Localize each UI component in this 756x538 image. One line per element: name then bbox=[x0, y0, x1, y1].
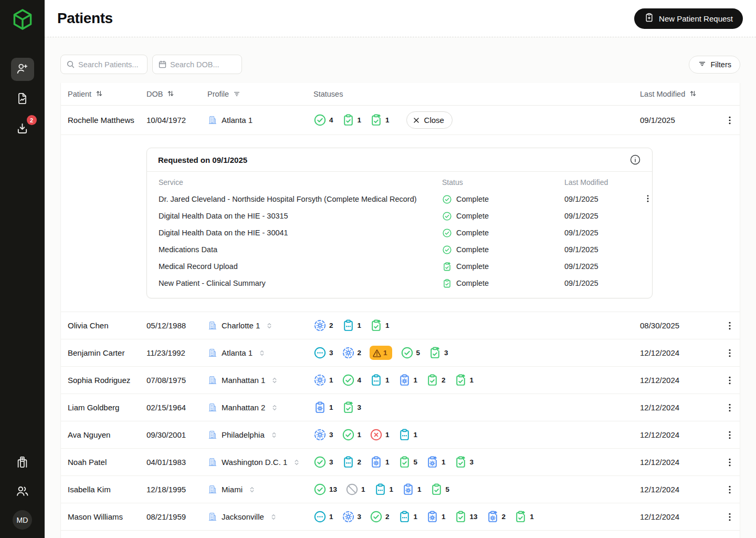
patient-statuses: 211 bbox=[313, 319, 640, 332]
row-menu-icon[interactable] bbox=[720, 402, 740, 413]
profile-selector-icon[interactable] bbox=[265, 322, 274, 330]
sidebar-item-downloads[interactable]: 2 bbox=[11, 118, 34, 141]
profile-selector-icon[interactable] bbox=[292, 458, 301, 467]
service-last-modified: 09/1/2025 bbox=[564, 279, 643, 287]
service-row: Dr. Jared Cleveland - Northside Hospital… bbox=[147, 191, 652, 208]
patient-statuses: 321513 bbox=[313, 456, 640, 469]
patient-profile: Washington D.C. 1 bbox=[207, 457, 313, 467]
sort-icon[interactable] bbox=[689, 89, 697, 99]
profile-selector-icon[interactable] bbox=[270, 404, 279, 412]
status-circle-gear: 1 bbox=[313, 374, 333, 387]
last-modified: 09/1/2025 bbox=[640, 116, 720, 125]
close-expanded-button[interactable]: Close bbox=[406, 111, 453, 129]
sidebar: 2 MD bbox=[0, 0, 45, 538]
filters-button[interactable]: Filters bbox=[689, 56, 740, 74]
column-last-modified: Last Modified bbox=[640, 89, 720, 99]
sidebar-nav: 2 bbox=[11, 58, 34, 141]
status-clipboard-gear: 1 bbox=[370, 456, 390, 469]
patient-dob: 02/15/1964 bbox=[146, 403, 207, 412]
patient-statuses: 131115 bbox=[313, 483, 640, 496]
top-bar: Patients New Patient Request bbox=[45, 0, 756, 37]
patient-row[interactable]: Benjamin Carter 11/23/1992 Atlanta 1 321… bbox=[61, 339, 740, 367]
patient-dob: 07/08/1975 bbox=[146, 376, 207, 385]
patient-name: Liam Goldberg bbox=[68, 403, 146, 412]
row-menu-icon[interactable] bbox=[720, 115, 740, 126]
status-clipboard-upload-gear: 2 bbox=[486, 510, 506, 523]
service-last-modified: 09/1/2025 bbox=[564, 229, 643, 237]
profile-selector-icon[interactable] bbox=[248, 485, 256, 494]
document-chart-icon bbox=[15, 91, 29, 108]
patient-statuses: 13 bbox=[313, 401, 640, 414]
patient-name: Rochelle Matthews bbox=[68, 116, 146, 125]
sidebar-item-patients[interactable] bbox=[11, 58, 34, 81]
building-icon bbox=[207, 320, 217, 330]
patient-row[interactable]: Mason Williams 08/21/1959 Jacksonville 1… bbox=[61, 503, 740, 531]
patient-row[interactable] bbox=[61, 531, 740, 538]
status-circle-gear: 3 bbox=[342, 510, 362, 523]
patient-row[interactable]: Noah Patel 04/01/1983 Washington D.C. 1 … bbox=[61, 449, 740, 476]
status-circle-dots: 1 bbox=[313, 510, 333, 523]
request-panel: Requested on 09/1/2025 ServiceStatusLast… bbox=[146, 148, 653, 298]
row-menu-icon[interactable] bbox=[720, 457, 740, 468]
patient-statuses: 32153 bbox=[313, 346, 640, 360]
building-icon bbox=[207, 484, 217, 494]
patient-name: Ava Nguyen bbox=[68, 430, 146, 439]
info-icon[interactable] bbox=[629, 154, 641, 165]
filter-icon[interactable] bbox=[233, 89, 241, 99]
patient-statuses: 141121 bbox=[313, 374, 640, 387]
status-circle-gear: 2 bbox=[313, 319, 333, 332]
profile-selector-icon[interactable] bbox=[269, 513, 278, 521]
service-name: Medications Data bbox=[159, 245, 442, 254]
patient-dob: 10/04/1972 bbox=[146, 116, 207, 125]
new-patient-request-button[interactable]: New Patient Request bbox=[634, 8, 743, 29]
sidebar-item-reports[interactable] bbox=[11, 88, 34, 111]
service-last-modified: 09/1/2025 bbox=[564, 212, 643, 220]
download-count-badge: 2 bbox=[27, 115, 37, 125]
service-name: Medical Record Upload bbox=[159, 262, 442, 271]
profile-selector-icon[interactable] bbox=[270, 431, 278, 439]
status-clipboard-upload-check: 3 bbox=[454, 456, 474, 469]
row-menu-icon[interactable] bbox=[720, 375, 740, 386]
sort-icon[interactable] bbox=[166, 89, 175, 99]
status-circle-check: 4 bbox=[313, 113, 333, 127]
patient-row[interactable]: Olivia Chen 05/12/1988 Charlotte 1 211 0… bbox=[61, 312, 740, 339]
filter-icon bbox=[698, 59, 707, 70]
patient-row[interactable]: Liam Goldberg 02/15/1964 Manhattan 2 13 … bbox=[61, 394, 740, 421]
row-menu-icon[interactable] bbox=[720, 484, 740, 495]
row-menu-icon[interactable] bbox=[720, 430, 740, 440]
sort-icon[interactable] bbox=[95, 89, 103, 99]
row-menu-icon[interactable] bbox=[720, 320, 740, 331]
patient-profile: Manhattan 2 bbox=[207, 402, 313, 412]
status-clipboard-upload-check: 3 bbox=[428, 346, 448, 359]
patient-profile: Charlotte 1 bbox=[207, 320, 313, 330]
service-row: New Patient - Clinical Summary Complete … bbox=[147, 275, 652, 292]
profile-selector-icon[interactable] bbox=[258, 349, 266, 357]
patient-name: Benjamin Carter bbox=[68, 348, 146, 357]
patient-row[interactable]: Rochelle Matthews 10/04/1972 Atlanta 1 4… bbox=[61, 106, 740, 135]
last-modified: 12/12/2024 bbox=[640, 458, 720, 467]
row-menu-icon[interactable] bbox=[720, 348, 740, 358]
patient-row[interactable]: Isabella Kim 12/18/1995 Miami 131115 12/… bbox=[61, 476, 740, 503]
service-row: Digital Health Data on the HIE - 30315 C… bbox=[147, 208, 652, 224]
sidebar-item-team[interactable] bbox=[12, 481, 33, 502]
row-menu-icon[interactable] bbox=[643, 194, 653, 205]
patient-profile: Atlanta 1 bbox=[207, 115, 313, 125]
status-clipboard-dots: 1 bbox=[342, 319, 362, 332]
service-status: Complete bbox=[442, 211, 564, 221]
sidebar-item-facilities[interactable] bbox=[12, 452, 33, 473]
row-menu-icon[interactable] bbox=[720, 512, 740, 522]
service-row: Medications Data Complete 09/1/2025 bbox=[147, 241, 652, 258]
profile-selector-icon[interactable] bbox=[270, 376, 279, 385]
patient-dob: 05/12/1988 bbox=[146, 321, 207, 330]
status-clipboard-gear: 1 bbox=[313, 401, 333, 414]
last-modified: 12/12/2024 bbox=[640, 485, 720, 494]
patient-name: Isabella Kim bbox=[68, 485, 146, 494]
user-plus-icon bbox=[15, 61, 29, 78]
patient-row[interactable]: Ava Nguyen 09/30/2001 Philadelphia 3111 … bbox=[61, 421, 740, 449]
patient-row[interactable]: Sophia Rodriguez 07/08/1975 Manhattan 1 … bbox=[61, 367, 740, 394]
status-clipboard-upload-check: 1 bbox=[370, 113, 390, 127]
clipboard-plus-icon bbox=[644, 13, 654, 24]
brand-logo-icon bbox=[10, 7, 35, 32]
building-icon bbox=[207, 457, 217, 467]
user-avatar[interactable]: MD bbox=[13, 510, 32, 530]
